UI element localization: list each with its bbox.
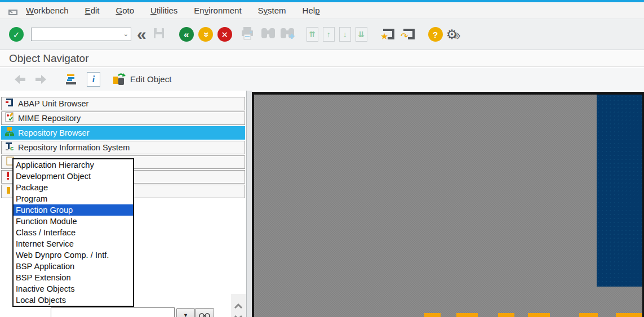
browser-item-label: Repository Browser <box>18 128 90 137</box>
browser-item-mime-repository[interactable]: MIME Repository <box>1 111 245 125</box>
dropdown-option-bsp-application[interactable]: BSP Application <box>14 261 133 272</box>
find-next-button[interactable] <box>279 26 295 43</box>
menu-workbench[interactable]: Workbench <box>26 6 69 15</box>
input-dropdown-button[interactable]: ▼ <box>176 308 195 317</box>
find-icon <box>260 26 276 42</box>
new-session-icon: ★ <box>379 26 396 43</box>
page-title: Object Navigator <box>9 52 89 65</box>
dropdown-option-web-dynpro-comp-intf-[interactable]: Web Dynpro Comp. / Intf. <box>14 249 133 261</box>
svg-text:c: c <box>10 145 14 151</box>
display-object-list-button[interactable] <box>64 73 78 86</box>
history-scroll-strip <box>231 294 246 317</box>
next-page-button[interactable]: ↓ <box>339 26 351 43</box>
collapse-button[interactable]: « <box>137 26 146 43</box>
browser-item-abap-unit-browser[interactable]: ABAP Unit Browser <box>1 97 245 110</box>
menu-help[interactable]: Help <box>303 6 320 15</box>
browser-item-repository-browser[interactable]: Repository Browser <box>1 126 245 140</box>
browser-item-label: ABAP Unit Browser <box>18 99 88 108</box>
scroll-up-icon[interactable] <box>234 303 243 309</box>
canvas-navy-graphic <box>597 95 642 287</box>
help-icon: ? <box>428 27 443 42</box>
cancel-button[interactable]: ✕ <box>217 26 232 43</box>
previous-page-button[interactable]: ↑ <box>323 26 335 43</box>
repository-browser-icon <box>5 127 15 139</box>
canvas-orange-letter-top <box>616 313 642 317</box>
dropdown-option-program[interactable]: Program <box>14 193 133 204</box>
dropdown-option-internet-service[interactable]: Internet Service <box>14 238 133 249</box>
find-next-icon <box>279 26 295 42</box>
edit-object-icon <box>112 72 126 87</box>
customize-button[interactable]: ⚙⚙ <box>446 26 461 43</box>
help-button[interactable]: ? <box>428 26 443 43</box>
navigate-forward-button[interactable] <box>34 74 47 84</box>
save-button[interactable] <box>152 26 166 43</box>
system-menu-icon[interactable] <box>8 8 19 19</box>
sap-gui-window: WorkbenchEditGotoUtilitiesEnvironmentSys… <box>0 0 644 317</box>
application-toolbar: i Edit Object <box>0 68 644 91</box>
display-button[interactable] <box>195 308 214 317</box>
create-shortcut-icon: ↷ <box>399 26 416 43</box>
last-page-button[interactable]: ⇊ <box>356 26 367 43</box>
menu-environment[interactable]: Environment <box>194 6 241 15</box>
abap-unit-browser-icon <box>5 97 15 110</box>
new-session-button[interactable]: ★ <box>379 26 396 43</box>
create-shortcut-button[interactable]: ↷ <box>399 26 416 43</box>
command-field-input[interactable] <box>31 28 131 41</box>
back-icon: « <box>179 27 194 42</box>
browser-item-repository-information-system[interactable]: cRepository Information System <box>1 141 245 154</box>
menu-utilities[interactable]: Utilities <box>150 6 177 15</box>
enter-icon: ✓ <box>9 27 24 42</box>
edit-object-button[interactable]: Edit Object <box>112 72 171 87</box>
editor-canvas <box>252 92 644 317</box>
customize-icon: ⚙⚙ <box>446 28 461 41</box>
menu-edit[interactable]: Edit <box>85 6 100 15</box>
dropdown-option-inactive-objects[interactable]: Inactive Objects <box>14 283 133 294</box>
scroll-down-icon[interactable] <box>234 315 243 317</box>
dropdown-option-development-object[interactable]: Development Object <box>14 171 133 182</box>
title-bar: Object Navigator <box>0 50 644 67</box>
canvas-orange-letter-top <box>424 313 441 317</box>
dropdown-option-function-group[interactable]: Function Group <box>14 204 133 216</box>
display-object-list-icon <box>64 73 78 86</box>
dropdown-arrow-icon: ▼ <box>183 312 188 317</box>
menu-goto[interactable]: Goto <box>116 6 134 15</box>
print-button[interactable] <box>240 26 255 43</box>
canvas-orange-letter-top <box>456 313 478 317</box>
dropdown-option-class-interface[interactable]: Class / Interface <box>14 227 133 238</box>
editor-area <box>252 91 644 317</box>
dropdown-option-application-hierarchy[interactable]: Application Hierarchy <box>14 159 133 171</box>
exit-button[interactable]: « <box>198 26 213 43</box>
back-button[interactable]: « <box>179 26 194 43</box>
canvas-orange-letter-top <box>579 313 598 317</box>
object-type-dropdown: Application HierarchyDevelopment ObjectP… <box>12 158 134 307</box>
object-name-input[interactable] <box>51 307 175 317</box>
print-icon <box>240 26 255 42</box>
first-page-icon: ⇈ <box>307 27 318 42</box>
standard-toolbar: ✓⌄«««✕⇈↑↓⇊★↷?⚙⚙ <box>0 19 644 50</box>
canvas-orange-letter-top <box>528 313 550 317</box>
collapse-icon: « <box>137 26 146 43</box>
next-page-icon: ↓ <box>339 27 351 42</box>
menu-bar: WorkbenchEditGotoUtilitiesEnvironmentSys… <box>0 2 644 19</box>
back-arrow-icon <box>14 74 27 84</box>
information-button[interactable]: i <box>87 72 100 87</box>
previous-page-icon: ↑ <box>323 27 335 42</box>
dropdown-option-local-objects[interactable]: Local Objects <box>14 294 133 306</box>
navigate-back-button[interactable] <box>14 74 27 84</box>
dropdown-option-function-module[interactable]: Function Module <box>14 216 133 227</box>
svg-text:★: ★ <box>380 32 388 41</box>
cancel-icon: ✕ <box>217 27 232 42</box>
browser-item-label: Repository Information System <box>18 143 130 152</box>
find-button[interactable] <box>260 26 276 43</box>
edit-object-label: Edit Object <box>130 74 171 84</box>
enter-button[interactable]: ✓ <box>9 26 24 43</box>
save-icon <box>152 26 166 42</box>
last-page-icon: ⇊ <box>356 27 367 42</box>
command-field: ⌄ <box>31 28 131 41</box>
first-page-button[interactable]: ⇈ <box>307 26 318 43</box>
menu-system[interactable]: System <box>258 6 286 15</box>
svg-text:↷: ↷ <box>401 32 408 41</box>
information-icon: i <box>92 74 95 84</box>
dropdown-option-bsp-extension[interactable]: BSP Extension <box>14 272 133 283</box>
dropdown-option-package[interactable]: Package <box>14 182 133 193</box>
